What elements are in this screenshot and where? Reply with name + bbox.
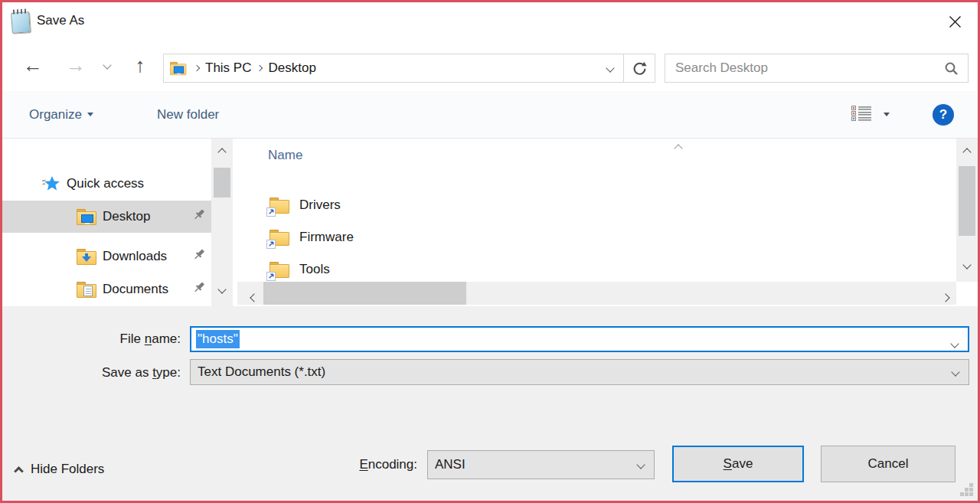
breadcrumb-item-desktop[interactable]: Desktop (262, 60, 322, 76)
resize-grip[interactable] (959, 482, 975, 498)
quick-access-star-icon (42, 175, 60, 192)
scroll-left-icon[interactable] (251, 290, 257, 304)
save-as-type-label: Save as type: (2, 365, 181, 381)
address-bar[interactable]: This PC Desktop (163, 54, 655, 83)
close-button[interactable] (942, 10, 967, 33)
address-dropdown-button[interactable] (597, 65, 623, 71)
file-name-input[interactable]: "hosts" (190, 326, 969, 352)
folder-shortcut-icon (270, 230, 289, 246)
back-button[interactable]: ← (18, 50, 48, 80)
chevron-down-icon[interactable] (952, 336, 958, 350)
scrollbar-thumb[interactable] (214, 168, 230, 198)
save-as-type-select[interactable]: Text Documents (*.txt) (190, 359, 969, 385)
up-button[interactable]: ↑ (125, 50, 155, 80)
vertical-scrollbar[interactable] (956, 139, 978, 282)
organize-label: Organize (29, 107, 82, 122)
cancel-label: Cancel (868, 456, 909, 472)
search-icon (944, 61, 968, 76)
chevron-down-icon (606, 64, 614, 72)
sidebar-item-downloads[interactable]: Downloads (2, 241, 211, 272)
save-button[interactable]: Save (672, 446, 804, 482)
sidebar-scrollbar[interactable] (211, 139, 233, 306)
content-area: Quick access Desktop Down (2, 139, 978, 306)
chevron-down-icon (638, 462, 654, 468)
footer-panel: File name: "hosts" Save as type: Text Do… (2, 306, 978, 501)
breadcrumb-item-this-pc[interactable]: This PC (199, 60, 257, 76)
up-arrow-icon: ↑ (136, 55, 145, 75)
scroll-up-icon[interactable] (219, 145, 225, 158)
search-box[interactable]: Search Desktop (665, 54, 969, 83)
file-name: Firmware (289, 230, 354, 245)
recent-locations-button[interactable] (97, 50, 117, 80)
navigation-pane: Quick access Desktop Down (2, 139, 211, 306)
scrollbar-thumb[interactable] (959, 166, 975, 236)
chevron-down-icon (884, 113, 890, 116)
change-view-button[interactable] (851, 91, 890, 138)
downloads-folder-icon (77, 249, 96, 265)
sidebar-item-label: Desktop (96, 209, 150, 224)
navigation-bar: ← → ↑ This PC Desktop Search Desktop (2, 41, 978, 91)
sidebar-item-label: Quick access (60, 176, 144, 191)
back-arrow-icon: ← (23, 55, 43, 75)
forward-button[interactable]: → (60, 50, 91, 80)
sidebar-item-label: Documents (96, 282, 168, 297)
title-bar: Save As (2, 2, 978, 41)
encoding-value: ANSI (428, 457, 638, 472)
chevron-down-icon (87, 113, 93, 116)
pin-icon[interactable] (192, 248, 206, 266)
chevron-up-icon (14, 466, 24, 476)
organize-button[interactable]: Organize (29, 91, 93, 138)
window-title: Save As (37, 13, 84, 28)
save-as-type-value: Text Documents (*.txt) (191, 364, 952, 380)
close-icon (949, 15, 962, 28)
scroll-down-icon[interactable] (964, 257, 970, 271)
pin-icon[interactable] (192, 281, 206, 299)
forward-arrow-icon: → (66, 55, 86, 75)
file-row-drivers[interactable]: Drivers (237, 190, 341, 220)
file-row-tools[interactable]: Tools (237, 254, 330, 285)
new-folder-label: New folder (157, 107, 219, 122)
help-button[interactable]: ? (933, 104, 954, 126)
scroll-up-icon[interactable] (964, 145, 970, 158)
desktop-folder-icon (77, 209, 96, 225)
horizontal-scrollbar[interactable] (237, 282, 956, 305)
pin-icon[interactable] (192, 208, 206, 226)
chevron-down-icon (952, 369, 969, 375)
refresh-icon (632, 60, 648, 77)
notepad-icon (11, 9, 31, 34)
hide-folders-button[interactable]: Hide Folders (15, 457, 104, 482)
sort-ascending-icon[interactable] (675, 141, 681, 155)
scroll-right-icon[interactable] (942, 290, 949, 304)
refresh-button[interactable] (624, 54, 655, 82)
cancel-button[interactable]: Cancel (821, 446, 956, 482)
hide-folders-label: Hide Folders (31, 462, 104, 477)
sidebar-item-documents[interactable]: Documents (2, 274, 211, 305)
column-header-name[interactable]: Name (268, 148, 302, 163)
scroll-down-icon[interactable] (219, 282, 225, 296)
documents-folder-icon (77, 282, 96, 298)
file-name-selected-text: "hosts" (196, 330, 240, 348)
file-name-label: File name: (2, 332, 181, 347)
file-list-pane: Name Drivers Firmware Tools (237, 139, 978, 306)
search-placeholder: Search Desktop (665, 60, 944, 76)
details-view-icon (851, 105, 874, 125)
file-name: Drivers (289, 198, 341, 213)
encoding-select[interactable]: ANSI (427, 450, 655, 479)
new-folder-button[interactable]: New folder (157, 91, 219, 138)
folder-shortcut-icon (270, 262, 289, 278)
chevron-down-icon (103, 60, 111, 69)
save-as-dialog: Save As ← → ↑ This PC Desktop (0, 0, 980, 503)
file-row-firmware[interactable]: Firmware (237, 222, 354, 253)
scrollbar-thumb[interactable] (263, 282, 466, 305)
sidebar-item-label: Downloads (96, 249, 167, 264)
sidebar-item-desktop[interactable]: Desktop (2, 201, 211, 233)
help-question-icon: ? (939, 107, 947, 122)
command-bar: Organize New folder (2, 91, 978, 139)
encoding-label: Encoding: (232, 457, 417, 472)
sidebar-item-quick-access[interactable]: Quick access (2, 170, 211, 198)
file-name: Tools (289, 262, 330, 277)
folder-shortcut-icon (270, 198, 289, 214)
desktop-folder-icon (170, 61, 186, 74)
